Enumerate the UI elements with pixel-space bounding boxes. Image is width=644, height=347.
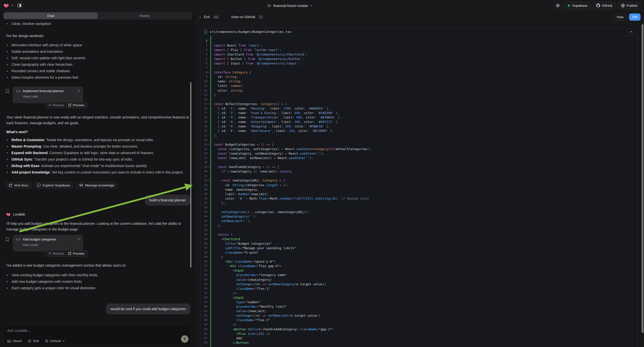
logo-chevron-down-icon[interactable] xyxy=(11,5,14,6)
version-card-title: Add budget categories xyxy=(23,238,76,241)
code-text: </Button> xyxy=(210,341,250,344)
version-card-implement[interactable]: Implement financial planner View code xyxy=(13,86,83,103)
preview-label: Preview xyxy=(73,103,84,107)
code-text: className="flex-1" xyxy=(210,318,270,322)
raw-toggle-button[interactable]: Raw xyxy=(614,14,627,21)
version-card-add-budget[interactable]: Add budget categories View code xyxy=(13,235,83,252)
line-number: 29 xyxy=(200,165,207,168)
diff-toggle-button[interactable]: Diff xyxy=(629,14,640,21)
code-text: const BudgetCategories = () => { xyxy=(210,143,274,146)
code-line: 53 placeholder="Category name" xyxy=(200,273,637,277)
visit-docs-button[interactable]: Visit docs xyxy=(6,182,32,189)
explore-supabase-button[interactable]: Explore Supabase xyxy=(34,182,74,189)
line-number: 39 xyxy=(200,210,207,214)
tab-chat[interactable]: Chat xyxy=(4,12,98,19)
bullet-item: Soft, neutral color palette with light b… xyxy=(6,55,190,61)
lovable-heart-icon xyxy=(6,212,11,216)
bookmark-icon[interactable] xyxy=(6,89,9,93)
code-line: 63 className="flex-1" xyxy=(200,318,637,322)
bullet-item: Add project knowledge: Set key context o… xyxy=(6,170,190,175)
collapse-file-button[interactable] xyxy=(628,29,635,35)
view-on-github-button[interactable]: View on GitHub xyxy=(231,15,255,19)
settings-button[interactable]: ⚙ xyxy=(554,2,562,9)
line-number: 38 xyxy=(200,206,207,209)
preview-button[interactable]: Preview xyxy=(68,103,84,107)
send-button[interactable] xyxy=(181,335,188,343)
code-line: 51 <div className="flex gap-4"> xyxy=(200,264,637,268)
line-number: 59 xyxy=(200,300,207,304)
edit-button[interactable]: Edit xyxy=(28,339,39,343)
file-added-icon xyxy=(204,30,207,34)
code-text: { id: '3', name: 'Transportation', limit… xyxy=(210,116,341,119)
github-button[interactable]: GitHub xyxy=(593,2,616,9)
code-text: import { Input } from '@/components/ui/i… xyxy=(210,62,300,65)
code-line: 61 value={newLimit} xyxy=(200,309,637,314)
code-line: 48 className="h-auto" xyxy=(200,250,637,255)
attach-button[interactable]: Attach xyxy=(7,339,22,343)
exit-button[interactable]: Exit xyxy=(204,15,210,19)
restore-preview-popover: ↺ Restore Preview xyxy=(45,102,88,108)
line-number: 22 xyxy=(200,134,207,137)
image-icon xyxy=(7,339,11,343)
version-card-wrap: Implement financial planner View code ↺ … xyxy=(6,86,190,108)
line-number: 23 xyxy=(200,138,207,142)
code-header: ‹ Exit esc View on GitHub G Raw Diff xyxy=(195,11,644,23)
view-code-link[interactable]: View code xyxy=(23,243,80,247)
line-number: 34 xyxy=(200,188,207,191)
code-text: const handleAddCategory = () => { xyxy=(210,165,279,169)
code-line: 66 <Plus size={16} /> xyxy=(200,331,637,336)
code-icon xyxy=(16,238,20,241)
code-text: const [categories, setCategories] = Reac… xyxy=(210,147,371,151)
code-line: 33 id: String(categories.length + 1), xyxy=(200,183,637,187)
code-text: color: '#' + Math.floor(Math.random()*16… xyxy=(210,197,370,200)
chevron-up-icon xyxy=(630,31,632,32)
chat-input[interactable] xyxy=(7,328,188,335)
manage-knowledge-button[interactable]: Manage knowledge xyxy=(76,182,118,189)
restore-button[interactable]: ↺ Restore xyxy=(48,252,64,256)
model-selector[interactable]: Default xyxy=(45,339,65,343)
target-icon xyxy=(28,339,31,343)
code-scrollbar[interactable] xyxy=(642,24,644,333)
user-message: build a financial planner xyxy=(145,195,190,206)
code-line: 57 /> xyxy=(200,291,637,295)
code-text: setNewCategory(''); xyxy=(210,214,257,218)
supabase-button[interactable]: Supabase xyxy=(564,2,591,9)
code-line: 44 return ( xyxy=(200,232,637,237)
line-number: 46 xyxy=(200,242,207,245)
g-kbd-badge: G xyxy=(258,15,263,19)
line-number: 2 xyxy=(200,44,207,47)
code-line: 1 xyxy=(200,38,637,43)
line-number: 42 xyxy=(200,224,207,227)
lovable-heart-logo[interactable] xyxy=(4,3,9,8)
chat-scrollbar[interactable] xyxy=(190,82,192,268)
restore-button[interactable]: ↺ Restore xyxy=(48,103,64,107)
bookmark-icon[interactable] xyxy=(6,237,9,242)
top-bullet-list: Clean, intuitive navigation xyxy=(6,21,190,27)
code-text: { id: '2', name: 'Food & Dining', limit:… xyxy=(210,111,339,115)
line-number: 31 xyxy=(200,174,207,178)
code-text: setCategories([...categories, newCategor… xyxy=(210,210,310,214)
preview-button[interactable]: Preview xyxy=(68,252,84,256)
restore-preview-popover: ↺ Restore Preview xyxy=(45,250,88,257)
code-line: 68 </Button> xyxy=(200,340,637,345)
code-line: 15∨const defaultCategories: Category[] =… xyxy=(200,102,637,106)
project-switcher[interactable]: financial-future-creator xyxy=(267,0,313,11)
code-text: value={newLimit} xyxy=(210,309,266,313)
line-number: 67 xyxy=(200,336,207,340)
assistant-paragraph: I've added a new budget categories manag… xyxy=(6,262,190,268)
message-menu-button[interactable]: ··· xyxy=(183,212,188,216)
code-text: placeholder="Monthly limit" xyxy=(210,305,287,308)
tab-history[interactable]: History xyxy=(98,12,192,19)
view-code-link[interactable]: View code xyxy=(23,94,80,98)
code-line: 41 setNewLimit(''); xyxy=(200,219,637,223)
preview-label: Preview xyxy=(73,252,84,256)
bullet-item: Clean typography with clear hierarchies xyxy=(6,62,190,68)
code-text: Add xyxy=(210,336,242,340)
restore-icon: ↺ xyxy=(48,252,51,255)
code-text: <Input xyxy=(210,268,244,272)
publish-button[interactable]: Publish xyxy=(618,2,641,9)
sidebar-toggle-button[interactable] xyxy=(16,2,24,9)
bullet-item: Clean, intuitive navigation xyxy=(6,21,190,27)
graduation-cap-icon xyxy=(79,184,83,187)
esc-kbd-badge: esc xyxy=(212,15,220,19)
